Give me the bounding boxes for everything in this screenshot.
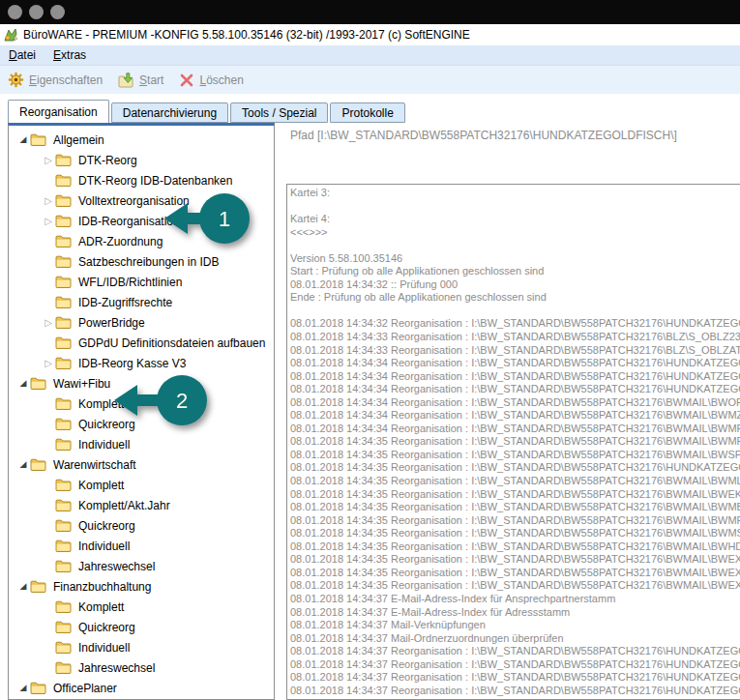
tree-item[interactable]: IDB-Zugriffsrechte bbox=[9, 292, 274, 312]
tree-item[interactable]: ▷ DTK-Reorg bbox=[9, 150, 274, 170]
log-line: 08.01.2018 14:34:35 Reorganisation : I:\… bbox=[290, 461, 740, 475]
log-line: 08.01.2018 14:34:37 Mail-Ordnerzuordnung… bbox=[290, 632, 740, 646]
folder-icon bbox=[55, 641, 72, 654]
folder-icon bbox=[55, 235, 73, 248]
folder-icon bbox=[55, 336, 73, 350]
collapsed-triangle-icon[interactable]: ▷ bbox=[42, 359, 55, 368]
log-line: 08.01.2018 14:34:37 Reorganisation : I:\… bbox=[290, 658, 740, 672]
tab-datenarchivierung[interactable]: Datenarchivierung bbox=[111, 102, 228, 123]
collapsed-triangle-icon[interactable]: ▷ bbox=[42, 196, 55, 206]
log-line: 08.01.2018 14:34:34 Reorganisation : I:\… bbox=[290, 396, 740, 410]
tree-item[interactable]: Individuell bbox=[9, 434, 274, 454]
start-button[interactable]: Start bbox=[118, 73, 163, 88]
collapsed-triangle-icon[interactable]: ▷ bbox=[42, 217, 55, 226]
tree-item[interactable]: Jahreswechsel bbox=[9, 657, 274, 678]
tree-item[interactable]: Komplett bbox=[9, 475, 274, 495]
folder-icon bbox=[55, 357, 73, 370]
title-bar: BüroWARE - PREMIUM -KONFIG 5.58.100.3514… bbox=[0, 24, 740, 45]
menu-datei[interactable]: Datei bbox=[0, 48, 44, 62]
log-line: 08.01.2018 14:34:35 Reorganisation : I:\… bbox=[290, 475, 740, 488]
log-line bbox=[290, 200, 740, 214]
folder-icon bbox=[30, 682, 47, 695]
folder-icon bbox=[55, 438, 72, 451]
log-output[interactable]: Kartei 3: Kartei 4:<<<>>> Version 5.58.1… bbox=[286, 184, 740, 700]
tree-item-label: Quickreorg bbox=[78, 621, 135, 634]
folder-icon bbox=[55, 438, 73, 452]
tree-item[interactable]: WFL/IDB/Richtlinien bbox=[9, 272, 274, 292]
folder-icon bbox=[55, 276, 73, 289]
tree-item-label: Warenwirtschaft bbox=[53, 458, 136, 472]
expanded-triangle-icon[interactable]: ◢ bbox=[16, 135, 30, 144]
folder-icon bbox=[55, 316, 72, 329]
loeschen-button[interactable]: Löschen bbox=[179, 73, 243, 88]
tree-item[interactable]: Quickreorg bbox=[9, 617, 274, 637]
window-dot-icon bbox=[50, 5, 65, 19]
folder-icon bbox=[55, 418, 72, 430]
tab-protokolle[interactable]: Protokolle bbox=[330, 102, 404, 123]
log-line: Version 5.58.100.35146 bbox=[290, 252, 740, 266]
folder-icon bbox=[55, 357, 72, 369]
tree-item-label: Finanzbuchhaltung bbox=[53, 580, 151, 594]
window-dot-icon bbox=[8, 5, 22, 19]
folder-icon bbox=[55, 194, 73, 208]
tree-item-label: IDB-Zugriffsrechte bbox=[78, 296, 172, 309]
folder-icon bbox=[55, 174, 72, 187]
tree-item[interactable]: Satzbeschreibungen in IDB bbox=[9, 251, 274, 272]
tree-item-label: Jahreswechsel bbox=[78, 560, 155, 573]
tree-item[interactable]: Quickreorg bbox=[9, 515, 274, 536]
tree-item[interactable]: DTK-Reorg IDB-Datenbanken bbox=[9, 170, 274, 190]
tree-item[interactable]: Individuell bbox=[9, 536, 274, 556]
expanded-triangle-icon[interactable]: ◢ bbox=[16, 379, 30, 388]
tree-item[interactable]: ◢ Warenwirtschaft bbox=[9, 454, 274, 475]
start-folder-arrow-icon bbox=[118, 73, 134, 88]
tab-tools-spezial[interactable]: Tools / Spezial bbox=[230, 102, 328, 123]
log-line: 08.01.2018 14:34:32 :: Prüfung 000 bbox=[290, 278, 740, 292]
app-window: BüroWARE - PREMIUM -KONFIG 5.58.100.3514… bbox=[0, 0, 740, 700]
expanded-triangle-icon[interactable]: ◢ bbox=[16, 460, 30, 469]
folder-icon bbox=[55, 621, 73, 634]
tree-item-label: DTK-Reorg IDB-Datenbanken bbox=[78, 174, 232, 188]
folder-icon bbox=[55, 519, 72, 532]
folder-icon bbox=[55, 540, 72, 552]
tab-reorganisation[interactable]: Reorganisation bbox=[8, 100, 109, 123]
tree-item-label: GDPdU Definitionsdateien aufbauen bbox=[78, 336, 265, 350]
window-dot-icon bbox=[29, 5, 44, 19]
menu-extras[interactable]: Extras bbox=[44, 48, 95, 62]
log-line: 08.01.2018 14:34:35 Reorganisation : I:\… bbox=[290, 435, 740, 449]
folder-icon bbox=[55, 154, 72, 166]
folder-icon bbox=[55, 499, 72, 511]
expanded-triangle-icon[interactable]: ◢ bbox=[16, 582, 30, 591]
toolbar: Eigenschaften Start Löschen bbox=[0, 66, 740, 94]
collapsed-triangle-icon[interactable]: ▷ bbox=[42, 156, 55, 165]
folder-icon bbox=[55, 560, 73, 573]
folder-icon bbox=[30, 682, 46, 694]
log-line: 08.01.2018 14:34:35 Reorganisation : I:\… bbox=[290, 527, 740, 540]
tree-item[interactable]: Jahreswechsel bbox=[9, 556, 274, 576]
folder-icon bbox=[55, 296, 73, 309]
eigenschaften-label: Eigenschaften bbox=[29, 73, 103, 87]
eigenschaften-button[interactable]: Eigenschaften bbox=[8, 72, 103, 88]
collapsed-triangle-icon[interactable]: ▷ bbox=[42, 318, 55, 328]
tab-bar: Reorganisation Datenarchivierung Tools /… bbox=[8, 100, 407, 123]
tree-item[interactable]: Komplett/Akt.Jahr bbox=[9, 495, 274, 515]
expanded-triangle-icon[interactable]: ◢ bbox=[16, 684, 30, 692]
tree-item[interactable]: Individuell bbox=[9, 637, 274, 657]
tree-item[interactable]: GDPdU Definitionsdateien aufbauen bbox=[9, 333, 274, 353]
tree-item[interactable]: ▷ IDB-Reorg Kasse V3 bbox=[9, 353, 274, 373]
tree-item[interactable]: ◢ Allgemein bbox=[9, 130, 274, 150]
folder-icon bbox=[55, 174, 73, 188]
callout-1: 1 bbox=[163, 192, 255, 247]
tree-item[interactable]: ▷ PowerBridge bbox=[9, 312, 274, 333]
tree-item[interactable]: ◢ Finanzbuchhaltung bbox=[9, 576, 274, 597]
folder-icon bbox=[55, 621, 72, 633]
log-line: 08.01.2018 14:34:33 Reorganisation : I:\… bbox=[290, 331, 740, 344]
folder-icon bbox=[55, 154, 73, 167]
tree-item[interactable]: ◢ OfficePlaner bbox=[9, 678, 274, 698]
folder-icon bbox=[55, 661, 72, 674]
tree-item[interactable]: Komplett bbox=[9, 597, 274, 617]
log-line: 08.01.2018 14:34:37 Reorganisation : I:\… bbox=[290, 645, 740, 658]
folder-icon bbox=[55, 255, 73, 269]
folder-icon bbox=[55, 600, 72, 613]
log-line: 08.01.2018 14:34:33 Reorganisation : I:\… bbox=[290, 344, 740, 358]
tree-item-label: OfficePlaner bbox=[53, 682, 117, 695]
